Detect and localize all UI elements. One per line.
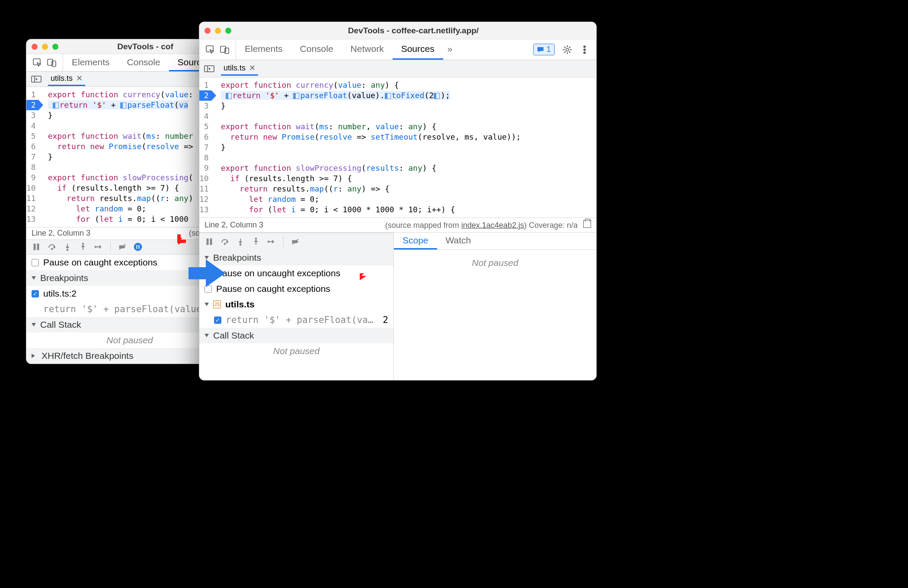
code-editor[interactable]: 1 2 3 4 5 6 7 8 9 10 11 12 13 export fun… [199, 77, 596, 217]
step-over-button[interactable] [45, 240, 58, 253]
gutter-line[interactable]: 6 [199, 132, 211, 142]
gutter-line[interactable]: 1 [199, 80, 211, 90]
gutter-line[interactable]: 10 [199, 173, 211, 184]
tab-console[interactable]: Console [118, 54, 169, 71]
pause-on-exceptions-button[interactable] [131, 240, 144, 253]
tab-elements[interactable]: Elements [63, 54, 118, 71]
tab-sources[interactable]: Sources [393, 39, 443, 60]
step-into-button[interactable] [234, 235, 247, 248]
gutter-line[interactable]: 1 [26, 89, 38, 100]
svg-point-19 [584, 52, 585, 54]
navigator-toggle-icon[interactable] [204, 64, 215, 74]
gutter-line[interactable]: 8 [199, 153, 211, 163]
svg-rect-12 [138, 245, 140, 249]
devtools-window-right: DevTools - coffee-cart.netlify.app/ Elem… [199, 22, 597, 380]
pause-button[interactable] [30, 240, 43, 253]
close-icon[interactable]: ✕ [249, 63, 256, 73]
checkbox-unchecked-icon[interactable] [32, 259, 39, 266]
tab-elements[interactable]: Elements [236, 39, 291, 60]
pause-button[interactable] [203, 235, 216, 248]
more-tabs[interactable]: » [443, 39, 457, 60]
panel-tabs: Elements Console Network Sources » 1 [199, 39, 596, 60]
device-toggle-icon[interactable] [220, 45, 230, 54]
gutter-line[interactable]: 5 [26, 131, 38, 141]
titlebar[interactable]: DevTools - coffee-cart.netlify.app/ [199, 22, 596, 39]
svg-rect-21 [207, 239, 208, 245]
device-toggle-icon[interactable] [47, 58, 57, 67]
step-button[interactable] [265, 235, 278, 248]
gutter-line[interactable]: 13 [26, 214, 38, 224]
breakpoint-snippet: return '$' + parseFloat(value).… [43, 304, 218, 314]
gutter-line[interactable]: 5 [199, 121, 211, 132]
svg-point-8 [82, 243, 84, 245]
minimize-icon[interactable] [42, 44, 48, 50]
step-out-button[interactable] [77, 240, 90, 253]
deactivate-breakpoints-button[interactable] [116, 240, 129, 253]
gutter-line[interactable]: 10 [26, 183, 38, 193]
svg-point-23 [224, 243, 226, 245]
issues-count: 1 [547, 45, 551, 54]
gutter-line[interactable]: 4 [199, 111, 211, 121]
tab-watch[interactable]: Watch [437, 233, 480, 249]
navigator-toggle-icon[interactable] [31, 74, 42, 84]
close-icon[interactable] [205, 28, 211, 34]
step-into-button[interactable] [61, 240, 74, 253]
source-text[interactable]: export function currency(value: any) { r… [214, 77, 525, 217]
issues-button[interactable]: 1 [533, 44, 555, 55]
gutter-line[interactable]: 7 [199, 142, 211, 153]
tab-scope[interactable]: Scope [394, 233, 437, 249]
close-icon[interactable]: ✕ [76, 74, 83, 83]
chevron-down-icon [205, 303, 209, 306]
step-over-button[interactable] [218, 235, 231, 248]
gutter-line[interactable]: 13 [199, 205, 211, 215]
gutter-line[interactable]: 11 [26, 193, 38, 204]
file-tab[interactable]: utils.ts✕ [48, 72, 85, 86]
zoom-icon[interactable] [52, 44, 58, 50]
window-title: DevTools - coffee-cart.netlify.app/ [236, 26, 591, 35]
sourcemap-link[interactable]: index.1ac4eab2.js [461, 221, 524, 230]
more-vert-icon[interactable] [580, 45, 589, 54]
gutter-line[interactable]: 4 [26, 121, 38, 131]
svg-rect-4 [34, 244, 35, 250]
gear-icon[interactable] [563, 45, 572, 54]
gutter-line[interactable]: 9 [199, 163, 211, 173]
minimize-icon[interactable] [215, 28, 221, 34]
breakpoint-location: utils.ts:2 [43, 288, 77, 299]
gutter-line[interactable]: 12 [26, 204, 38, 214]
close-icon[interactable] [32, 44, 38, 50]
gutter-line[interactable]: 3 [199, 101, 211, 111]
file-tab[interactable]: utils.ts✕ [221, 61, 258, 76]
breakpoint-group[interactable]: JS utils.ts [199, 297, 393, 312]
svg-rect-0 [33, 59, 40, 65]
tab-network[interactable]: Network [342, 39, 393, 60]
callstack-label: Call Stack [40, 320, 81, 330]
svg-point-26 [268, 241, 269, 243]
inspect-icon[interactable] [32, 58, 42, 67]
source-text[interactable]: export function currency(value: return '… [41, 87, 198, 227]
step-button[interactable] [92, 240, 105, 253]
breakpoint-item[interactable]: return '$' + parseFloat(va… 2 [199, 312, 393, 328]
toggle-panel-icon[interactable] [583, 220, 591, 228]
gutter-line[interactable]: 11 [199, 184, 211, 194]
deactivate-breakpoints-button[interactable] [289, 235, 302, 248]
gutter-line[interactable]: 9 [26, 173, 38, 183]
checkbox-checked-icon[interactable] [214, 316, 221, 324]
checkbox-checked-icon[interactable] [32, 290, 39, 297]
gutter-line[interactable]: 7 [26, 152, 38, 162]
gutter-line-breakpoint[interactable]: 2 [26, 100, 38, 110]
gutter-line-breakpoint[interactable]: 2 [199, 90, 211, 101]
zoom-icon[interactable] [225, 28, 231, 34]
callstack-header[interactable]: Call Stack [199, 328, 393, 343]
gutter-line[interactable]: 6 [26, 141, 38, 152]
gutter-line[interactable]: 12 [199, 194, 211, 205]
pause-on-caught-toggle[interactable]: Pause on caught exceptions [199, 281, 393, 297]
inspect-icon[interactable] [205, 45, 215, 54]
gutter-line[interactable]: 8 [26, 162, 38, 173]
svg-rect-11 [136, 245, 137, 249]
tab-console[interactable]: Console [291, 39, 342, 60]
step-out-button[interactable] [249, 235, 262, 248]
file-tab-label: utils.ts [224, 64, 246, 73]
gutter-line[interactable]: 3 [26, 110, 38, 121]
sidebar-tabs: Scope Watch [394, 233, 596, 250]
coverage-label: Coverage: n/a [527, 221, 578, 230]
